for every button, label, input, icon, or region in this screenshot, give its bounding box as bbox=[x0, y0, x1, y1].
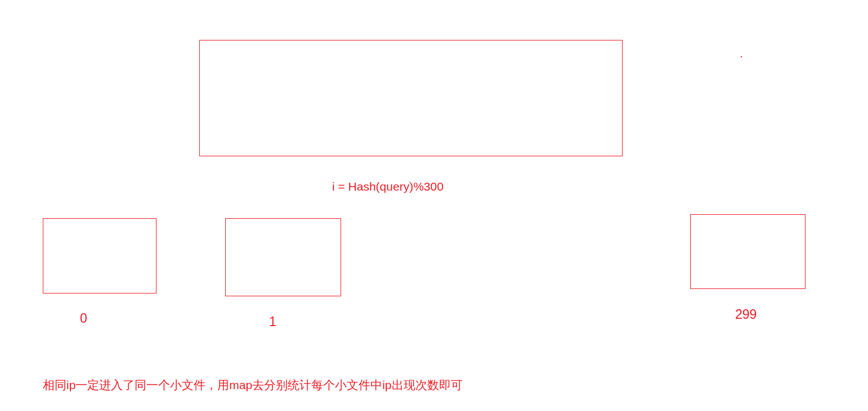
hash-formula-label: i = Hash(query)%300 bbox=[332, 180, 444, 193]
diagram-description: 相同ip一定进入了同一个小文件，用map去分别统计每个小文件中ip出现次数即可 bbox=[43, 377, 463, 393]
box-0-label: 0 bbox=[80, 311, 87, 326]
small-file-box-299 bbox=[690, 214, 806, 289]
small-file-box-1 bbox=[225, 218, 341, 296]
stray-dot bbox=[741, 56, 742, 57]
box-1-label: 1 bbox=[269, 314, 276, 329]
large-file-box bbox=[199, 40, 623, 156]
box-299-label: 299 bbox=[735, 307, 757, 322]
small-file-box-0 bbox=[43, 218, 156, 293]
